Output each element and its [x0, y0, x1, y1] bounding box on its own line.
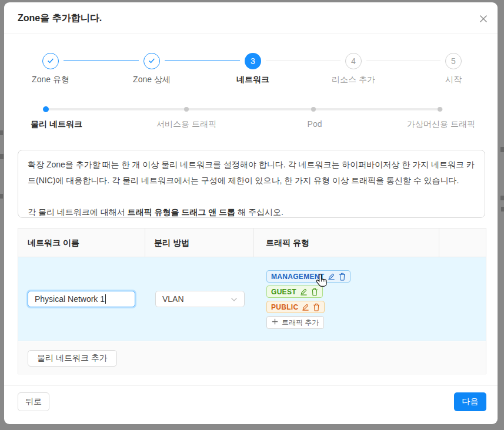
substep-label-vm-traffic: 가상머신용 트래픽: [407, 119, 475, 130]
traffic-tag-management[interactable]: MANAGEMENT: [266, 270, 351, 283]
delete-icon[interactable]: [311, 288, 318, 296]
add-traffic-button[interactable]: 트래픽 추가: [266, 316, 324, 329]
info-paragraph-1: 확장 Zone을 추가할 때는 한 개 이상 물리 네트워크를 설정해야 합니다…: [28, 157, 475, 189]
info-box: 확장 Zone을 추가할 때는 한 개 이상 물리 네트워크를 설정해야 합니다…: [18, 150, 485, 218]
step-circle-add-resource: 4: [345, 53, 362, 69]
table-footer: 물리 네트워크 추가: [18, 342, 486, 375]
step-label-zone-type: Zone 유형: [32, 75, 69, 85]
step-label-launch: 시작: [445, 75, 462, 85]
add-physical-network-button[interactable]: 물리 네트워크 추가: [28, 350, 117, 367]
edit-icon[interactable]: [328, 273, 335, 280]
step-label-network: 네트워크: [236, 75, 269, 85]
step-circle-launch: 5: [445, 53, 462, 69]
dialog-title: Zone을 추가합니다.: [18, 12, 102, 25]
text-caret: [105, 294, 106, 304]
chevron-down-icon: [231, 294, 238, 304]
step-circle-zone-detail: [143, 53, 160, 69]
substep-label-pod: Pod: [308, 119, 322, 129]
substep-dot-vm-traffic: [438, 107, 442, 112]
step-circle-network: 3: [245, 53, 261, 69]
delete-icon[interactable]: [339, 273, 346, 281]
edit-icon[interactable]: [302, 303, 309, 311]
substep-label-physical-network: 물리 네트워크: [31, 119, 82, 130]
step-label-add-resource: 리소스 추가: [332, 75, 375, 85]
dialog-header: Zone을 추가합니다.: [4, 2, 498, 33]
substep-label-service-traffic: 서비스용 트래픽: [156, 119, 216, 130]
table-row: Physical Network 1 VLAN MANAGEMENT GUEST: [18, 257, 486, 341]
info-paragraph-2: 각 물리 네트워크에 대해서 트래픽 유형을 드래그 앤 드롭 해 주십시오.: [28, 204, 475, 220]
traffic-tag-guest[interactable]: GUEST: [266, 285, 323, 298]
background-artifact: [501, 207, 504, 211]
close-icon[interactable]: [479, 14, 488, 23]
check-icon: [46, 56, 55, 67]
column-divider: [253, 229, 254, 257]
check-icon: [147, 56, 156, 67]
background-artifact: [0, 194, 3, 199]
table-header-row: 네트워크 이름 분리 방법 트래픽 유형: [18, 229, 486, 257]
column-divider: [439, 229, 439, 257]
background-artifact: [0, 154, 4, 159]
isolation-method-select[interactable]: VLAN: [155, 291, 245, 307]
step-circle-zone-type: [42, 53, 59, 69]
step-connector: [165, 61, 240, 61]
plus-icon: [272, 318, 278, 327]
header-traffic-type: 트래픽 유형: [253, 229, 439, 257]
physical-network-table: 네트워크 이름 분리 방법 트래픽 유형 Physical Network 1 …: [18, 228, 486, 374]
step-connector: [266, 61, 341, 61]
step-connector: [366, 61, 440, 61]
substep-track: [46, 108, 443, 110]
header-network-name: 네트워크 이름: [18, 229, 145, 257]
background-artifact: [500, 147, 504, 152]
add-zone-dialog: Zone을 추가합니다. 3 4 5 Zone 유형 Zone 상세 네트워크 …: [4, 2, 498, 424]
network-name-input[interactable]: Physical Network 1: [28, 291, 135, 307]
substep-dot-service-traffic: [184, 107, 189, 112]
edit-icon[interactable]: [300, 288, 308, 295]
traffic-tag-public[interactable]: PUBLIC: [266, 301, 325, 313]
delete-icon[interactable]: [313, 303, 320, 311]
substep-dot-pod: [311, 107, 316, 112]
background-artifact: [500, 196, 504, 200]
step-label-zone-detail: Zone 상세: [133, 75, 171, 85]
column-divider: [145, 229, 145, 257]
footer-divider: [4, 385, 498, 386]
header-isolation-method: 분리 방법: [145, 229, 253, 257]
step-connector: [64, 61, 139, 61]
background-artifact: [0, 130, 3, 135]
substep-dot-physical-network: [43, 106, 49, 112]
back-button[interactable]: 뒤로: [18, 392, 49, 411]
next-button[interactable]: 다음: [454, 392, 486, 411]
